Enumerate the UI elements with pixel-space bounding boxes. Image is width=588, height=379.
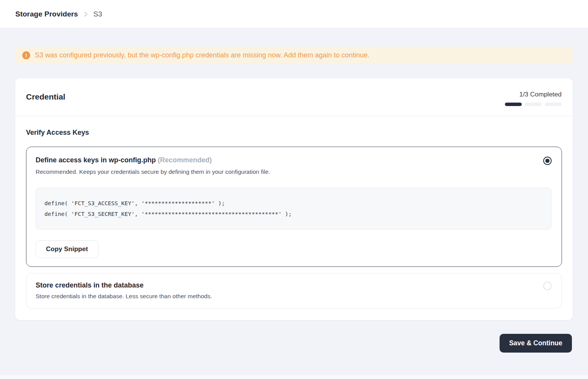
code-snippet-block: define( 'FCT_S3_ACCESS_KEY', '**********… [36, 188, 552, 230]
breadcrumb-current-s3: S3 [93, 10, 102, 18]
copy-snippet-button[interactable]: Copy Snippet [36, 240, 98, 258]
code-line-access-key: define( 'FCT_S3_ACCESS_KEY', '**********… [44, 200, 225, 206]
option-wp-config-description: Recommended. Keeps your credentials secu… [36, 168, 552, 175]
progress-label: 1/3 Completed [519, 91, 562, 98]
option-wp-config-head: Define access keys in wp-config.php (Rec… [36, 156, 552, 165]
option-wp-config[interactable]: Define access keys in wp-config.php (Rec… [26, 147, 562, 267]
progress-pills [505, 103, 562, 106]
radio-database[interactable] [543, 282, 552, 290]
option-database-head: Store credentials in the database Store … [36, 281, 552, 300]
credential-card-header: Credential 1/3 Completed [15, 78, 573, 116]
option-database-description: Store credentials in the database. Less … [36, 293, 212, 300]
progress-pill-1 [505, 103, 522, 106]
progress-indicator: 1/3 Completed [505, 91, 562, 106]
top-header-bar: Storage Providers S3 [0, 0, 588, 28]
code-line-secret-key: define( 'FCT_S3_SECRET_KEY', '**********… [44, 211, 292, 217]
option-wp-config-title-text: Define access keys in wp-config.php [36, 156, 156, 164]
section-title: Verify Access Keys [26, 129, 562, 137]
breadcrumb-storage-providers[interactable]: Storage Providers [15, 10, 78, 18]
warning-banner-text: S3 was configured previously, but the wp… [35, 51, 369, 59]
option-database[interactable]: Store credentials in the database Store … [26, 273, 562, 309]
bottom-edge-strip [0, 375, 588, 379]
warning-banner: ! S3 was configured previously, but the … [15, 47, 573, 64]
recommended-tag: (Recommended) [158, 156, 212, 164]
option-wp-config-title: Define access keys in wp-config.php (Rec… [36, 156, 212, 164]
option-database-title: Store credentials in the database [36, 281, 212, 289]
save-continue-button[interactable]: Save & Continue [500, 334, 572, 353]
alert-exclamation-icon: ! [22, 51, 30, 59]
page-content: ! S3 was configured previously, but the … [0, 28, 588, 353]
credential-card: Credential 1/3 Completed Verify Access K… [15, 78, 573, 320]
footer-actions: Save & Continue [15, 334, 573, 353]
card-title: Credential [26, 91, 65, 101]
breadcrumb: Storage Providers S3 [15, 10, 102, 18]
progress-pill-2 [525, 103, 542, 106]
radio-wp-config[interactable] [543, 157, 552, 165]
chevron-right-icon [83, 11, 88, 17]
credential-card-body: Verify Access Keys Define access keys in… [15, 116, 573, 320]
progress-pill-3 [545, 103, 562, 106]
